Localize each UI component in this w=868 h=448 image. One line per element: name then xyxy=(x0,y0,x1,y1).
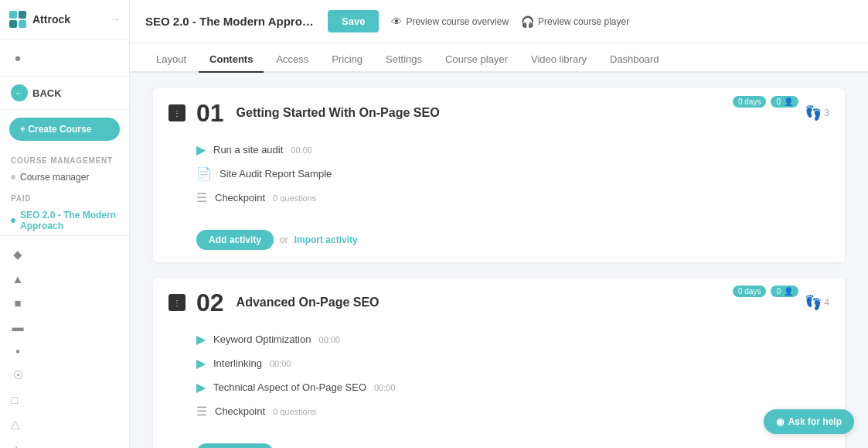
section-meta-1: 0 days 0 👤 xyxy=(733,96,798,108)
activity-list-2: ▶ Keyword Optimization 00:00 ▶ Interlink… xyxy=(153,327,845,436)
users-icon: ▲ xyxy=(11,272,25,286)
users-badge-label-1: 0 xyxy=(776,97,781,106)
activity-time-1-1: 00:00 xyxy=(291,145,312,155)
app-logo xyxy=(9,11,26,28)
preview-overview-link[interactable]: 👁 Preview course overview xyxy=(391,15,509,28)
preview-overview-icon: 👁 xyxy=(391,15,402,28)
users-badge-1: 0 👤 xyxy=(771,96,798,108)
section-header-2: ⋮ 02 Advanced On-Page SEO 0 days 0 👤 👣 4 xyxy=(153,278,845,327)
days-badge-label-1: 0 days xyxy=(738,97,761,106)
section-header-1: ⋮ 01 Getting Started With On-Page SEO 0 … xyxy=(153,88,845,138)
play-icon-1-1: ▶ xyxy=(196,142,206,157)
preview-player-label: Preview course player xyxy=(538,16,629,27)
section-meta-2: 0 days 0 👤 xyxy=(733,286,798,297)
preview-player-icon: 🎧 xyxy=(521,15,534,28)
tab-pricing[interactable]: Pricing xyxy=(321,47,373,73)
section-title-2: Advanced On-Page SEO xyxy=(237,296,805,309)
activity-item-1-2: 📄 Site Audit Report Sample xyxy=(196,162,829,186)
tab-settings[interactable]: Settings xyxy=(375,47,433,73)
sidebar-item-course-manager[interactable]: Course manager xyxy=(0,168,129,186)
sidebar-collapse-icon[interactable]: → xyxy=(111,14,120,25)
sidebar-bottom: ◆ ▲ ■ ▬ ▪ ☉ □ △ ▲ xyxy=(0,235,129,448)
activity-label-1-3: Checkpoint xyxy=(215,192,265,203)
sidebar-header: Attrock → xyxy=(0,0,129,39)
sidebar-icon-4[interactable]: ▬ xyxy=(0,315,129,339)
edit-icon: ■ xyxy=(11,296,25,309)
activity-item-2-2: ▶ Interlinking 00:00 xyxy=(196,351,829,375)
doc-icon-1-2: 📄 xyxy=(196,166,212,181)
sidebar-icon-3[interactable]: ■ xyxy=(0,291,129,315)
activity-label-1-1: Run a site audit xyxy=(213,144,283,156)
save-button[interactable]: Save xyxy=(328,10,379,32)
tab-video-library[interactable]: Video library xyxy=(520,47,597,73)
course-management-label: COURSE MANAGEMENT xyxy=(0,149,129,168)
activity-questions-1-3: 0 questions xyxy=(273,193,316,203)
sidebar-icon-6[interactable]: ☉ xyxy=(0,363,129,388)
play-icon-2-3: ▶ xyxy=(196,380,206,395)
sidebar: Attrock → ● ← BACK + Create Course COURS… xyxy=(0,0,130,448)
sidebar-bottom-3[interactable]: ▲ xyxy=(0,436,129,448)
sidebar-item-home[interactable]: ● xyxy=(0,46,129,70)
sidebar-item-paid-course[interactable]: SEO 2.0 - The Modern Approach xyxy=(0,206,129,235)
preview-overview-label: Preview course overview xyxy=(406,16,509,27)
app-name: Attrock xyxy=(32,13,70,26)
activity-list-1: ▶ Run a site audit 00:00 📄 Site Audit Re… xyxy=(153,138,845,222)
activity-time-2-3: 00:00 xyxy=(374,383,396,392)
tab-access[interactable]: Access xyxy=(265,47,319,73)
activity-questions-2-4: 0 questions xyxy=(273,407,316,416)
gear-icon: ☉ xyxy=(11,368,25,382)
tab-dashboard[interactable]: Dashboard xyxy=(599,47,670,73)
tab-course-player[interactable]: Course player xyxy=(434,47,519,73)
activity-time-2-1: 00:00 xyxy=(318,335,340,344)
section-number-1: 01 xyxy=(196,101,224,125)
activity-label-2-3: Technical Aspect of On-Page SEO xyxy=(213,381,366,393)
ask-help-button[interactable]: ◉ Ask for help xyxy=(764,409,854,434)
paid-course-link: SEO 2.0 - The Modern Approach xyxy=(20,210,118,231)
users-badge-2: 0 👤 xyxy=(771,286,798,297)
content-area: ⋮ 01 Getting Started With On-Page SEO 0 … xyxy=(130,73,868,448)
add-activity-row-2: Add activity or Import activity xyxy=(153,436,845,448)
sidebar-icon-2[interactable]: ▲ xyxy=(0,267,129,291)
back-button[interactable]: ← BACK xyxy=(0,77,129,110)
activity-item-2-1: ▶ Keyword Optimization 00:00 xyxy=(196,327,829,351)
footprint-icon-1: 👣 3 xyxy=(805,104,829,121)
import-activity-link-1[interactable]: Import activity xyxy=(294,234,358,245)
section-drag-icon-2[interactable]: ⋮ xyxy=(168,294,186,311)
sidebar-icon-1[interactable]: ◆ xyxy=(0,242,129,267)
add-activity-row-1: Add activity or Import activity xyxy=(153,222,845,262)
sidebar-bottom-1[interactable]: □ xyxy=(0,388,129,412)
sidebar-icon-5[interactable]: ▪ xyxy=(0,339,129,363)
days-badge-label-2: 0 days xyxy=(738,287,761,296)
clock-icon: ● xyxy=(11,51,25,64)
chart-icon: ▪ xyxy=(11,344,25,357)
tab-contents[interactable]: Contents xyxy=(199,47,264,73)
file-icon: ▬ xyxy=(11,320,25,333)
play-icon-2-2: ▶ xyxy=(196,356,206,371)
main-content: SEO 2.0 - The Modern Approa... Save 👁 Pr… xyxy=(130,0,868,448)
days-badge-2: 0 days xyxy=(733,286,766,297)
or-label-1: or xyxy=(280,234,288,245)
activity-item-1-3: ☰ Checkpoint 0 questions xyxy=(196,186,829,210)
footprint-count-1: 3 xyxy=(824,108,829,118)
add-activity-button-1[interactable]: Add activity xyxy=(196,230,274,250)
activity-label-1-2: Site Audit Report Sample xyxy=(220,168,332,180)
sidebar-top-nav: ● xyxy=(0,39,129,77)
tabs-bar: Layout Contents Access Pricing Settings … xyxy=(130,43,868,73)
activity-label-2-4: Checkpoint xyxy=(215,405,265,417)
footprint-glyph-1: 👣 xyxy=(805,104,822,121)
add-activity-button-2[interactable]: Add activity xyxy=(196,443,274,448)
topbar: SEO 2.0 - The Modern Approa... Save 👁 Pr… xyxy=(130,0,868,43)
ask-help-label: Ask for help xyxy=(788,416,842,427)
check-icon-1-3: ☰ xyxy=(196,190,207,205)
activity-label-2-2: Interlinking xyxy=(213,357,262,369)
tab-layout[interactable]: Layout xyxy=(145,47,197,73)
section-drag-icon-1[interactable]: ⋮ xyxy=(168,104,186,121)
footprint-count-2: 4 xyxy=(824,297,829,308)
create-course-button[interactable]: + Create Course xyxy=(9,118,120,141)
sidebar-bottom-2[interactable]: △ xyxy=(0,412,129,436)
back-label: BACK xyxy=(32,87,62,99)
preview-player-link[interactable]: 🎧 Preview course player xyxy=(521,15,629,28)
play-icon-2-1: ▶ xyxy=(196,332,206,347)
users-icon-1: 👤 xyxy=(784,97,793,106)
section-card-2: ⋮ 02 Advanced On-Page SEO 0 days 0 👤 👣 4 xyxy=(153,278,845,448)
